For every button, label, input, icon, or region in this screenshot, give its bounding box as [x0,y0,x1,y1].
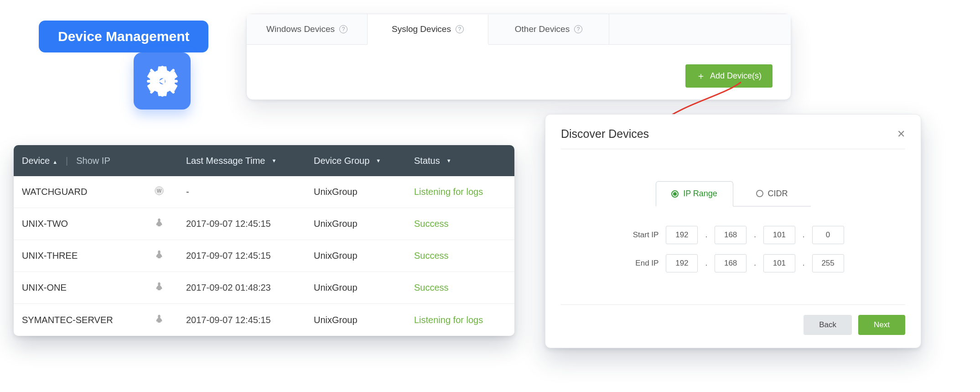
start-ip-octet-3[interactable] [763,226,795,244]
dot-icon: . [754,230,756,240]
dot-icon: . [705,259,707,268]
device-table: Device | Show IP Last Message Time Devic… [14,145,514,336]
col-lmt-label: Last Message Time [186,156,265,166]
device-tabs-card: Windows Devices ? Syslog Devices ? Other… [246,14,791,100]
watchguard-icon: W [154,186,164,198]
table-row[interactable]: UNIX-TWO2017-09-07 12:45:15UnixGroupSucc… [14,208,514,240]
ip-range-form: Start IP . . . End IP . . . [561,226,905,272]
table-header: Device | Show IP Last Message Time Devic… [14,145,514,176]
help-icon[interactable]: ? [574,25,582,33]
add-device-button[interactable]: ＋ Add Device(s) [685,64,773,88]
cell-status: Success [406,282,506,293]
next-button[interactable]: Next [858,315,905,335]
cell-last-message-time: 2017-09-07 12:45:15 [178,315,306,325]
col-device-label: Device [22,156,57,166]
col-last-message-time[interactable]: Last Message Time [178,156,306,166]
cell-last-message-time: 2017-09-07 12:45:15 [178,219,306,229]
discover-mode-tabs: IP Range CIDR [561,181,905,207]
cell-last-message-time: 2017-09-07 12:45:15 [178,251,306,261]
dot-icon: . [705,230,707,240]
table-row[interactable]: UNIX-THREE2017-09-07 12:45:15UnixGroupSu… [14,240,514,272]
linux-icon [154,218,164,230]
cell-status: Success [406,219,506,229]
cell-last-message-time: - [178,187,306,197]
divider: | [66,156,68,166]
mode-ip-range[interactable]: IP Range [656,181,733,207]
tab-label: Other Devices [515,24,570,34]
linux-icon [154,282,164,294]
linux-icon [154,250,164,262]
dialog-header: Discover Devices ✕ [561,127,905,149]
cell-device-group: UnixGroup [306,282,406,293]
end-ip-octet-2[interactable] [715,254,747,272]
col-group-label: Device Group [314,156,369,166]
end-ip-octet-1[interactable] [666,254,698,272]
back-label: Back [819,320,836,329]
cell-device-group: UnixGroup [306,219,406,229]
tab-spacer [609,14,791,44]
device-name: UNIX-TWO [22,219,68,229]
back-button[interactable]: Back [804,315,852,335]
mode-cidr-label: CIDR [768,189,788,199]
cell-status: Listening for logs [406,315,506,325]
dialog-footer: Back Next [561,304,905,335]
radio-on-icon [671,190,679,198]
table-row[interactable]: WATCHGUARDW-UnixGroupListening for logs [14,176,514,208]
pill-label: Device Management [58,29,189,44]
end-ip-row: End IP . . . [622,254,844,272]
discover-devices-dialog: Discover Devices ✕ IP Range CIDR Start I… [545,114,921,348]
dialog-title: Discover Devices [561,127,649,141]
mode-ip-range-label: IP Range [683,189,717,199]
cell-device-group: UnixGroup [306,187,406,197]
device-name: WATCHGUARD [22,187,87,197]
col-device-group[interactable]: Device Group [306,156,406,166]
dot-icon: . [803,259,805,268]
cell-last-message-time: 2017-09-02 01:48:23 [178,282,306,293]
tab-windows-devices[interactable]: Windows Devices ? [247,14,368,44]
end-ip-octet-4[interactable] [812,254,844,272]
start-ip-octet-1[interactable] [666,226,698,244]
end-ip-octet-3[interactable] [763,254,795,272]
device-name: SYMANTEC-SERVER [22,315,113,325]
col-status-label: Status [414,156,440,166]
mode-cidr[interactable]: CIDR [733,181,811,207]
help-icon[interactable]: ? [339,25,347,33]
col-status[interactable]: Status [406,156,506,166]
table-body: WATCHGUARDW-UnixGroupListening for logsU… [14,176,514,336]
add-button-label: Add Device(s) [710,71,762,81]
cell-device-group: UnixGroup [306,315,406,325]
tab-other-devices[interactable]: Other Devices ? [488,14,609,44]
gear-icon [145,63,180,99]
col-device[interactable]: Device | Show IP [14,156,178,166]
start-ip-octet-2[interactable] [715,226,747,244]
table-row[interactable]: SYMANTEC-SERVER2017-09-07 12:45:15UnixGr… [14,304,514,336]
start-ip-label: Start IP [622,230,659,240]
device-name: UNIX-ONE [22,282,67,293]
linux-icon [154,314,164,326]
show-ip-toggle[interactable]: Show IP [76,156,110,166]
help-icon[interactable]: ? [456,25,464,33]
dot-icon: . [754,259,756,268]
start-ip-row: Start IP . . . [622,226,844,244]
dot-icon: . [803,230,805,240]
end-ip-label: End IP [622,259,659,268]
tab-syslog-devices[interactable]: Syslog Devices ? [368,15,488,45]
cell-status: Success [406,251,506,261]
device-name: UNIX-THREE [22,251,78,261]
settings-tile[interactable] [134,52,191,110]
radio-off-icon [756,190,763,197]
plus-icon: ＋ [696,70,705,82]
tab-label: Syslog Devices [392,24,451,34]
svg-text:W: W [157,188,162,193]
close-icon[interactable]: ✕ [897,128,905,140]
tab-label: Windows Devices [266,24,335,34]
cell-status: Listening for logs [406,187,506,197]
cell-device-group: UnixGroup [306,251,406,261]
device-management-pill: Device Management [39,21,208,52]
table-row[interactable]: UNIX-ONE2017-09-02 01:48:23UnixGroupSucc… [14,272,514,304]
next-label: Next [874,320,890,329]
device-tabs: Windows Devices ? Syslog Devices ? Other… [247,14,791,45]
start-ip-octet-4[interactable] [812,226,844,244]
